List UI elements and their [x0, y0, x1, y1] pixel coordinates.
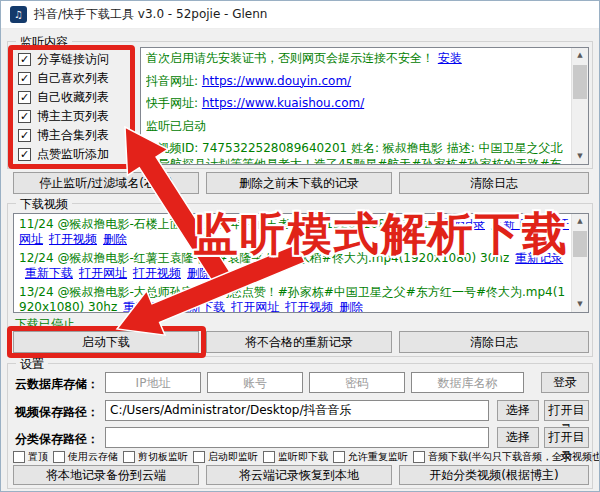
option-label: 置顶: [28, 450, 48, 464]
listen-log-panel: 首次启用请先安装证书，否则网页会提示连接不安全！ 安装 抖音网址: https:…: [140, 47, 589, 165]
open-url-link[interactable]: 打开网址: [231, 300, 279, 312]
checkbox-label: 博主合集列表: [37, 127, 109, 144]
settings-options-row: 置顶 使用云存储 剪切板监听 启动即监听 监听即下载 允许重复监听 音频下载(半…: [13, 450, 591, 464]
ip-address-input[interactable]: [105, 372, 201, 393]
video-path-open-button[interactable]: 打开目录: [544, 400, 589, 421]
kuaishou-label: 快手网址:: [146, 96, 198, 110]
checkbox-my-likes[interactable]: ✓ 自己喜欢列表: [18, 70, 109, 86]
checkbox-like-listen-add[interactable]: ✓ 点赞监听添加: [18, 146, 109, 162]
category-path-open-button[interactable]: 打开目录: [544, 427, 589, 448]
checkbox-unchecked-icon: [53, 451, 65, 463]
download-list-panel: 11/24 @猴叔撸电影-石楼上面能坐六百年中的王者.mp4(1920x1080…: [13, 213, 589, 313]
checkbox-my-favorites[interactable]: ✓ 自己收藏列表: [18, 89, 109, 105]
rerecord-link[interactable]: 重新记录: [515, 251, 563, 265]
scroll-up-icon[interactable]: ▲: [572, 214, 588, 229]
checkbox-checked-icon: ✓: [18, 91, 31, 104]
cert-notice-text: 首次启用请先安装证书，否则网页会提示连接不安全！: [146, 51, 434, 65]
option-listen-on-start[interactable]: 启动即监听: [193, 450, 258, 464]
rerecord-link[interactable]: 重新记录: [123, 300, 171, 312]
option-label: 允许重复监听: [348, 450, 408, 464]
video-path-input[interactable]: [105, 400, 489, 421]
checkbox-unchecked-icon: [13, 451, 25, 463]
option-label: 剪切板监听: [138, 450, 188, 464]
scroll-down-icon[interactable]: ▼: [572, 297, 588, 312]
delete-link[interactable]: 删除: [103, 232, 127, 246]
checkbox-unchecked-icon: [263, 451, 275, 463]
account-input[interactable]: [207, 372, 303, 393]
redownload-link[interactable]: 重新下载: [25, 266, 73, 280]
app-icon: ♫: [10, 6, 27, 23]
checkbox-blogger-home[interactable]: ✓ 博主主页列表: [18, 108, 109, 124]
option-allow-repeat-listen[interactable]: 允许重复监听: [333, 450, 408, 464]
restore-from-cloud-button[interactable]: 将云端记录恢复到本地: [206, 465, 392, 485]
rerecord-link[interactable]: 重新记录: [437, 217, 485, 231]
checkbox-label: 自己喜欢列表: [37, 70, 109, 87]
checkbox-label: 点赞监听添加: [37, 146, 109, 163]
rerecord-unqualified-button[interactable]: 将不合格的重新记录: [206, 331, 392, 353]
login-button[interactable]: 登录: [541, 372, 589, 393]
db-name-input[interactable]: [411, 372, 524, 393]
checkbox-label: 分享链接访问: [37, 51, 109, 68]
download-entry: 11/24 @猴叔撸电影-石楼上面能坐六百年中的王者.mp4(1920x1080…: [19, 217, 569, 247]
scrollbar-thumb[interactable]: [573, 65, 587, 99]
backup-to-cloud-button[interactable]: 将本地记录备份到云端: [13, 465, 199, 485]
cloud-db-label: 云数据库存储：: [15, 376, 99, 393]
clear-listen-log-button[interactable]: 清除日志: [399, 172, 589, 194]
clear-download-log-button[interactable]: 清除日志: [399, 331, 589, 353]
scroll-up-icon[interactable]: ▲: [572, 48, 588, 63]
stop-listen-button[interactable]: 停止监听/过滤域名(右击): [13, 172, 199, 194]
checkbox-checked-icon: ✓: [18, 129, 31, 142]
checkbox-label: 自己收藏列表: [37, 89, 109, 106]
video-path-label: 视频保存路径：: [15, 404, 99, 421]
scroll-down-icon[interactable]: ▼: [572, 149, 588, 164]
checkbox-unchecked-icon: [333, 451, 345, 463]
option-label: 启动即监听: [208, 450, 258, 464]
redownload-link[interactable]: 重新下载: [177, 300, 225, 312]
open-video-link[interactable]: 打开视频: [133, 266, 181, 280]
checkbox-unchecked-icon: [413, 451, 425, 463]
open-video-link[interactable]: 打开视频: [49, 232, 97, 246]
category-path-choose-button[interactable]: 选择: [497, 427, 539, 448]
open-url-link[interactable]: 打开网址: [79, 266, 127, 280]
password-input[interactable]: [309, 372, 405, 393]
download-entry-text: 11/24 @猴叔撸电影-石楼上面能坐六百年中的王者.mp4(1920x1080…: [19, 217, 431, 231]
delete-link[interactable]: 删除: [187, 266, 211, 280]
douyin-url-line: 抖音网址: https://www.douyin.com/: [146, 74, 568, 90]
checkbox-checked-icon: ✓: [18, 72, 31, 85]
redownload-link[interactable]: 重新下载: [491, 217, 539, 231]
category-path-input[interactable]: [105, 427, 489, 448]
option-download-on-listen[interactable]: 监听即下载: [263, 450, 328, 464]
download-list-content: 11/24 @猴叔撸电影-石楼上面能坐六百年中的王者.mp4(1920x1080…: [19, 217, 569, 312]
title-bar: ♫ 抖音/快手下载工具 v3.0 - 52pojie - Glenn: [1, 1, 599, 29]
download-entry: 12/24 @猴叔撸电影-红薯王袁隆平！#袁隆平#杂交水稻#佟大为.mp4(19…: [19, 251, 569, 281]
option-use-cloud-storage[interactable]: 使用云存储: [53, 450, 118, 464]
option-label: 音频下载(半勾只下载音频，全勾视频也下载): [428, 450, 600, 464]
listen-log-content: 首次启用请先安装证书，否则网页会提示连接不安全！ 安装 抖音网址: https:…: [146, 51, 568, 164]
douyin-url-link[interactable]: https://www.douyin.com/: [202, 74, 351, 88]
option-label: 使用云存储: [68, 450, 118, 464]
open-video-link[interactable]: 打开视频: [285, 300, 333, 312]
install-cert-link[interactable]: 安装: [438, 51, 462, 65]
kuaishou-url-link[interactable]: https://www.kuaishou.com/: [202, 96, 364, 110]
checkbox-unchecked-icon: [193, 451, 205, 463]
download-entry-text: 12/24 @猴叔撸电影-红薯王袁隆平！#袁隆平#杂交水稻#佟大为.mp4(19…: [19, 251, 509, 265]
option-clipboard-listen[interactable]: 剪切板监听: [123, 450, 188, 464]
scrollbar-thumb[interactable]: [573, 231, 587, 257]
checkbox-blogger-collection[interactable]: ✓ 博主合集列表: [18, 127, 109, 143]
delete-undownloaded-button[interactable]: 删除之前未下载的记录: [206, 172, 392, 194]
window-title: 抖音/快手下载工具 v3.0 - 52pojie - Glenn: [34, 6, 267, 23]
app-window: { "window": { "title": "抖音/快手下载工具 v3.0 -…: [0, 0, 600, 492]
cert-notice-line: 首次启用请先安装证书，否则网页会提示连接不安全！ 安装: [146, 51, 568, 67]
checkbox-share-link[interactable]: ✓ 分享链接访问: [18, 51, 109, 67]
start-download-button[interactable]: 启动下载: [13, 331, 199, 353]
option-audio-download[interactable]: 音频下载(半勾只下载音频，全勾视频也下载): [413, 450, 600, 464]
download-list-scrollbar[interactable]: ▲ ▼: [571, 214, 588, 312]
classify-videos-button[interactable]: 开始分类视频(根据博主): [399, 465, 589, 485]
option-always-on-top[interactable]: 置顶: [13, 450, 48, 464]
listen-group-title: 监听内容: [16, 34, 72, 51]
listen-log-scrollbar[interactable]: ▲ ▼: [571, 48, 588, 164]
video-path-choose-button[interactable]: 选择: [497, 400, 539, 421]
delete-link[interactable]: 删除: [339, 300, 363, 312]
log-entry: 1 视频ID: 7475322528089640201 姓名: 猴叔撸电影 描述…: [146, 141, 568, 164]
settings-group-title: 设置: [16, 356, 48, 373]
